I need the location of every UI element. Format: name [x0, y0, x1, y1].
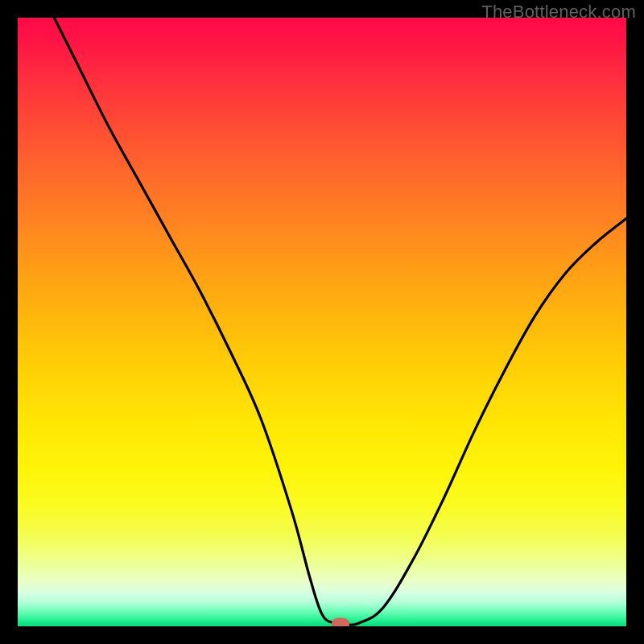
plot-area — [18, 18, 626, 626]
bottleneck-curve — [18, 18, 626, 626]
curve-path — [54, 18, 626, 625]
watermark-text: TheBottleneck.com — [481, 2, 636, 23]
chart-frame: TheBottleneck.com — [0, 0, 644, 644]
min-marker — [332, 617, 349, 626]
